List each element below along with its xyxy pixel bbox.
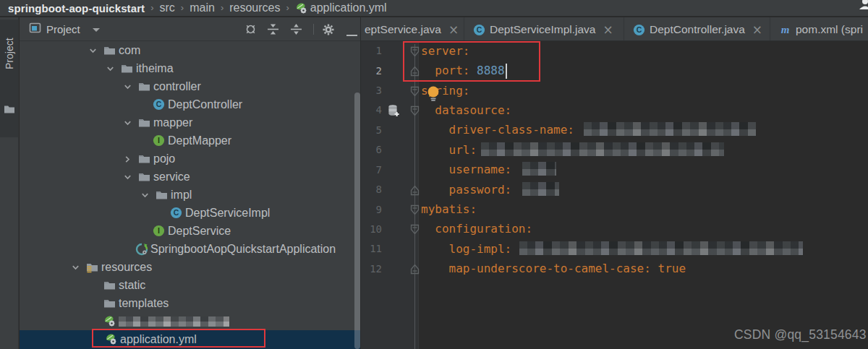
tree-item-label: resources bbox=[101, 259, 152, 275]
censored-value bbox=[519, 241, 803, 255]
expand-all-icon[interactable] bbox=[289, 23, 302, 35]
chevron-down-icon[interactable] bbox=[71, 262, 80, 272]
breadcrumb-item[interactable]: application.yml bbox=[310, 1, 387, 14]
tree-item-springbootaopquickstartapplication[interactable]: SpringbootAopQuickstartApplication bbox=[20, 240, 360, 258]
line-number: 5 bbox=[361, 124, 382, 136]
code-line: url: bbox=[421, 143, 724, 157]
code-line: configuration: bbox=[421, 222, 532, 236]
chevron-down-icon[interactable] bbox=[106, 64, 115, 73]
fold-start-marker[interactable] bbox=[410, 224, 420, 235]
svg-text:C: C bbox=[477, 25, 482, 34]
close-icon[interactable]: × bbox=[603, 25, 613, 35]
close-icon[interactable]: × bbox=[448, 25, 459, 35]
chevron-down-icon[interactable] bbox=[140, 190, 150, 199]
editor-tab[interactable]: CDeptController.java× bbox=[624, 17, 770, 41]
tree-item-com[interactable]: com bbox=[20, 41, 360, 59]
code-line: username: bbox=[421, 163, 556, 176]
tree-item-service[interactable]: service bbox=[20, 168, 360, 186]
tree-item-mapper[interactable]: mapper bbox=[20, 113, 360, 132]
chevron-down-icon[interactable] bbox=[123, 118, 132, 127]
project-panel-title[interactable]: Project bbox=[29, 17, 100, 41]
tree-item-deptmapper[interactable]: IDeptMapper bbox=[20, 132, 360, 150]
watermark-text: CSDN @qq_53154643 bbox=[734, 327, 867, 342]
line-number: 6 bbox=[361, 144, 382, 155]
tree-item-label: templates bbox=[119, 296, 169, 311]
project-stripe-label: Project bbox=[4, 51, 15, 69]
editor-tab[interactable]: mpom.xml (spri bbox=[770, 17, 868, 41]
interface-icon: I bbox=[153, 134, 165, 147]
tree-item-controller[interactable]: controller bbox=[20, 77, 360, 95]
breadcrumb-item[interactable]: src bbox=[160, 1, 175, 14]
line-number: 7 bbox=[361, 164, 382, 176]
tree-item-static[interactable]: static bbox=[20, 276, 360, 294]
censored-value bbox=[481, 142, 724, 156]
intention-bulb-icon[interactable] bbox=[427, 86, 440, 99]
tree-item-impl[interactable]: impl bbox=[20, 186, 360, 204]
collapse-all-icon[interactable] bbox=[266, 23, 278, 35]
class-icon: C bbox=[633, 24, 644, 35]
svg-text:C: C bbox=[637, 25, 642, 34]
hide-panel-icon[interactable] bbox=[346, 27, 359, 39]
class-icon: C bbox=[153, 98, 165, 111]
chevron-down-icon[interactable] bbox=[123, 172, 132, 181]
chevron-down-icon bbox=[93, 28, 100, 32]
breadcrumb-item[interactable]: main bbox=[190, 1, 215, 14]
fold-end-marker[interactable] bbox=[410, 264, 420, 275]
svg-text:I: I bbox=[158, 226, 160, 235]
fold-start-marker[interactable] bbox=[410, 86, 420, 97]
tree-item-label: com bbox=[119, 43, 140, 58]
breadcrumb-item[interactable]: resources bbox=[229, 1, 280, 14]
fold-end-marker[interactable] bbox=[410, 185, 420, 196]
project-window-icon bbox=[29, 22, 41, 37]
breadcrumb-item[interactable]: springboot-aop-quickstart bbox=[8, 2, 145, 14]
tree-item-label: DeptServiceImpl bbox=[185, 205, 270, 220]
code-line: driver-class-name: bbox=[421, 123, 756, 137]
chevron-down-icon[interactable] bbox=[88, 46, 98, 55]
editor-tab[interactable]: CDeptServiceImpl.java× bbox=[464, 17, 624, 41]
project-panel-title-label: Project bbox=[46, 23, 80, 35]
locate-target-icon[interactable] bbox=[244, 23, 257, 35]
chevron-right-icon[interactable] bbox=[123, 154, 132, 163]
censored-value bbox=[522, 182, 559, 196]
datasource-db-icon[interactable] bbox=[387, 104, 400, 117]
line-number: 3 bbox=[361, 85, 382, 96]
folder-icon bbox=[138, 80, 150, 92]
code-token: driver-class-name: bbox=[421, 123, 574, 137]
tab-label: pom.xml (spri bbox=[796, 23, 863, 36]
close-icon[interactable]: × bbox=[752, 25, 762, 35]
annotation-highlight-application-yml bbox=[92, 329, 265, 348]
tree-item-deptservice[interactable]: IDeptService bbox=[20, 222, 360, 240]
project-tool-window: Project bbox=[20, 17, 360, 349]
tree-item-label: impl bbox=[171, 187, 192, 202]
maven-icon: m bbox=[779, 24, 791, 35]
code-line: password: bbox=[421, 183, 559, 197]
tree-item-itheima[interactable]: itheima bbox=[20, 59, 360, 77]
tab-label: DeptServiceImpl.java bbox=[490, 23, 595, 36]
yaml-file-icon bbox=[295, 2, 307, 14]
tree-item-label: SpringbootAopQuickstartApplication bbox=[150, 241, 336, 257]
fold-start-marker[interactable] bbox=[410, 105, 420, 116]
tree-item-label: DeptController bbox=[168, 97, 242, 112]
line-number: 4 bbox=[361, 104, 382, 116]
tree-item-deptcontroller[interactable]: CDeptController bbox=[20, 95, 360, 113]
tree-item-label: DeptMapper bbox=[168, 133, 231, 148]
tab-label: DeptController.java bbox=[650, 23, 745, 36]
tree-item-censored[interactable] bbox=[20, 312, 360, 330]
ide-window: springboot-aop-quickstart›src›main›resou… bbox=[0, 0, 868, 349]
project-stripe-button[interactable]: Project bbox=[0, 20, 19, 137]
tree-item-pojo[interactable]: pojo bbox=[20, 150, 360, 168]
tree-scrollbar-thumb[interactable] bbox=[354, 92, 360, 349]
springboot-icon bbox=[135, 243, 148, 255]
chevron-down-icon[interactable] bbox=[123, 82, 132, 91]
line-number: 11 bbox=[361, 243, 382, 254]
editor-tab-bar: eptService.java×CDeptServiceImpl.java×CD… bbox=[361, 17, 868, 41]
gear-icon[interactable] bbox=[322, 23, 334, 35]
tree-item-resources[interactable]: resources bbox=[20, 258, 360, 276]
tree-item-templates[interactable]: templates bbox=[20, 294, 360, 312]
editor-area[interactable]: 123456789101112 server: port: 8888spring… bbox=[361, 41, 868, 349]
tree-item-deptserviceimpl[interactable]: CDeptServiceImpl bbox=[20, 204, 360, 222]
breadcrumb-separator: › bbox=[150, 2, 153, 13]
code-token: configuration: bbox=[421, 222, 532, 236]
editor-tab[interactable]: eptService.java× bbox=[361, 17, 464, 41]
fold-start-marker[interactable] bbox=[410, 204, 420, 215]
